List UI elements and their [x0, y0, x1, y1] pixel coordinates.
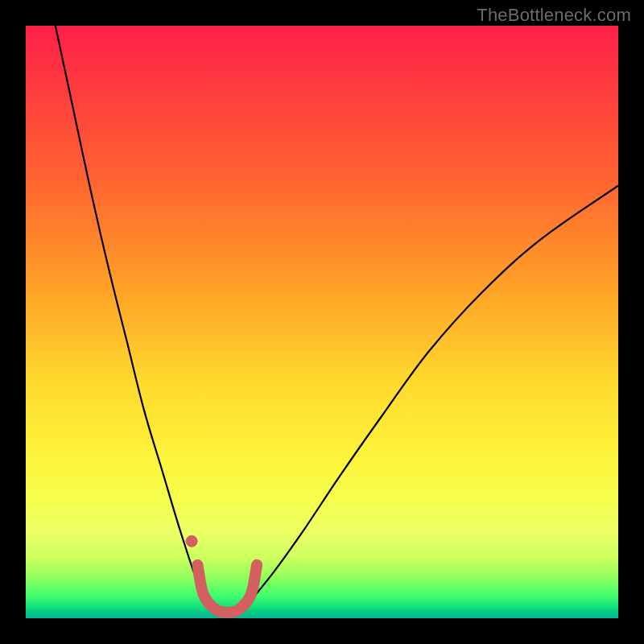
curves-svg	[26, 26, 618, 618]
right-curve	[251, 186, 618, 601]
watermark-text: TheBottleneck.com	[477, 5, 631, 26]
marker-u-shape	[197, 565, 257, 613]
marker-dot	[186, 535, 197, 547]
plot-area	[26, 26, 618, 618]
left-curve	[56, 26, 209, 606]
chart-frame: TheBottleneck.com	[0, 0, 644, 644]
